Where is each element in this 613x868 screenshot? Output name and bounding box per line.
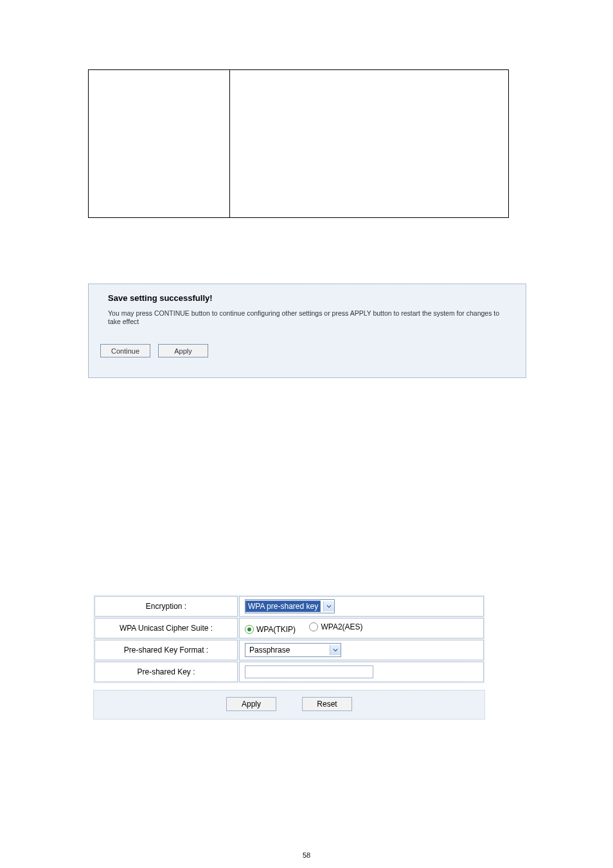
config-reset-button[interactable]: Reset <box>302 697 352 711</box>
cipher-radio-aes-label: WPA2(AES) <box>321 622 362 631</box>
label-cipher: WPA Unicast Cipher Suite : <box>94 618 238 638</box>
row-psk-format: Pre-shared Key Format : Passphrase <box>94 640 484 660</box>
label-encryption: Encryption : <box>94 596 238 617</box>
cell-psk-format: Passphrase <box>239 640 484 660</box>
config-apply-button[interactable]: Apply <box>226 697 276 711</box>
psk-format-select-value: Passphrase <box>245 646 327 655</box>
empty-table <box>88 69 509 218</box>
row-encryption: Encryption : WPA pre-shared key <box>94 596 484 617</box>
empty-cell-2 <box>230 70 508 217</box>
cell-psk <box>239 662 484 682</box>
apply-button[interactable]: Apply <box>158 344 208 357</box>
save-setting-panel: Save setting successfully! You may press… <box>88 284 526 378</box>
cipher-radio-tkip-label: WPA(TKIP) <box>256 625 296 634</box>
row-psk: Pre-shared Key : <box>94 662 484 682</box>
wpa-config-buttons: Apply Reset <box>93 690 485 719</box>
label-psk: Pre-shared Key : <box>94 662 238 682</box>
chevron-down-icon <box>330 645 341 655</box>
radio-dot-off-icon <box>309 622 318 631</box>
cell-encryption: WPA pre-shared key <box>239 596 484 617</box>
save-setting-message: You may press CONTINUE button to continu… <box>108 309 506 326</box>
page-number: 58 <box>0 851 613 859</box>
psk-input[interactable] <box>245 665 373 678</box>
continue-button[interactable]: Continue <box>100 344 150 357</box>
radio-dot-icon <box>245 625 254 634</box>
cell-cipher: WPA(TKIP) WPA2(AES) <box>239 618 484 638</box>
label-psk-format: Pre-shared Key Format : <box>94 640 238 660</box>
chevron-down-icon <box>323 601 334 611</box>
cipher-radio-aes[interactable]: WPA2(AES) <box>309 622 362 631</box>
encryption-select-value: WPA pre-shared key <box>245 601 321 612</box>
wpa-config-panel: Encryption : WPA pre-shared key WPA Unic… <box>93 595 485 719</box>
save-setting-title: Save setting successfully! <box>108 293 506 303</box>
empty-cell-1 <box>89 70 230 217</box>
row-cipher: WPA Unicast Cipher Suite : WPA(TKIP) WPA… <box>94 618 484 638</box>
cipher-radio-tkip[interactable]: WPA(TKIP) <box>245 625 296 634</box>
wpa-config-table: Encryption : WPA pre-shared key WPA Unic… <box>93 595 485 683</box>
save-setting-buttons: Continue Apply <box>100 344 514 357</box>
encryption-select[interactable]: WPA pre-shared key <box>245 599 335 613</box>
psk-format-select[interactable]: Passphrase <box>245 643 341 657</box>
